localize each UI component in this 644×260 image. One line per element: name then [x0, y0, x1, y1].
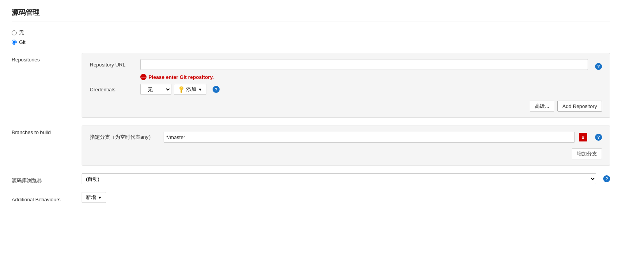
radio-git[interactable]: Git [12, 39, 610, 45]
source-browser-help-icon[interactable]: ? [603, 175, 610, 182]
additional-behaviours-label: Additional Behaviours [12, 193, 82, 202]
source-browser-controls: (自动) ? [82, 173, 610, 184]
branches-section: Branches to build 指定分支（为空时代表any） */maste… [12, 126, 610, 166]
repository-url-row: Repository URL ? [90, 59, 602, 70]
add-repository-button[interactable]: Add Repository [557, 101, 602, 112]
credentials-row: Credentials - 无 - 🔑 添加 ▼ ? [90, 84, 602, 95]
repository-url-label: Repository URL [90, 62, 136, 68]
branch-action-buttons: 增加分支 [90, 148, 602, 159]
credentials-label: Credentials [90, 87, 136, 92]
repositories-content-wrapper: Repository URL ? — Please enter Git repo… [82, 53, 610, 118]
source-browser-section: 源码库浏览器 (自动) ? [12, 173, 610, 184]
key-icon: 🔑 [177, 85, 185, 94]
repository-url-field-wrapper: ? [140, 59, 602, 70]
credentials-select[interactable]: - 无 - [140, 84, 171, 95]
radio-none-label: 无 [19, 29, 24, 36]
repositories-label: Repositories [12, 53, 82, 63]
repository-url-help-icon[interactable]: ? [595, 63, 602, 70]
new-behaviour-label: 新增 [86, 194, 96, 201]
add-dropdown-arrow-icon: ▼ [198, 87, 202, 92]
additional-behaviours-controls: 新增 ▼ [82, 192, 106, 203]
delete-branch-icon: x [581, 134, 584, 140]
delete-branch-button[interactable]: x [579, 133, 587, 141]
radio-none-input[interactable] [12, 30, 17, 35]
repositories-section: Repositories Repository URL ? — Please e… [12, 53, 610, 118]
source-browser-label: 源码库浏览器 [12, 173, 82, 184]
page-container: 源码管理 无 Git Repositories Repository URL ? [0, 0, 622, 218]
branches-content-wrapper: 指定分支（为空时代表any） */master x ? 增加分支 [82, 126, 610, 166]
new-behaviour-button[interactable]: 新增 ▼ [82, 192, 106, 203]
new-behaviour-dropdown-icon: ▼ [98, 195, 102, 200]
error-text: Please enter Git repository. [148, 74, 214, 80]
scm-radio-group: 无 Git [12, 29, 610, 45]
advanced-button[interactable]: 高级... [530, 101, 554, 112]
branch-specifier-input[interactable]: */master [164, 132, 575, 143]
error-icon: — [140, 74, 147, 80]
repository-url-input[interactable] [140, 59, 588, 70]
repository-url-error: — Please enter Git repository. [140, 74, 602, 80]
radio-git-label: Git [19, 39, 26, 45]
branch-specifier-label: 指定分支（为空时代表any） [90, 134, 160, 141]
repositories-content: Repository URL ? — Please enter Git repo… [82, 53, 610, 118]
source-browser-select[interactable]: (自动) [82, 173, 596, 184]
branch-help-icon[interactable]: ? [595, 134, 602, 141]
page-title: 源码管理 [12, 8, 610, 21]
credentials-add-button[interactable]: 🔑 添加 ▼ [174, 84, 206, 95]
add-button-label: 添加 [186, 86, 196, 93]
radio-none[interactable]: 无 [12, 29, 610, 36]
radio-git-input[interactable] [12, 40, 17, 45]
repository-action-buttons: 高级... Add Repository [90, 101, 602, 112]
add-branch-button[interactable]: 增加分支 [572, 148, 602, 159]
additional-behaviours-section: Additional Behaviours 新增 ▼ [12, 192, 610, 203]
branch-row: 指定分支（为空时代表any） */master x ? [90, 132, 602, 143]
credentials-help-icon[interactable]: ? [213, 86, 220, 93]
branches-label: Branches to build [12, 126, 82, 135]
credentials-controls: - 无 - 🔑 添加 ▼ ? [140, 84, 602, 95]
branches-content: 指定分支（为空时代表any） */master x ? 增加分支 [82, 126, 610, 166]
